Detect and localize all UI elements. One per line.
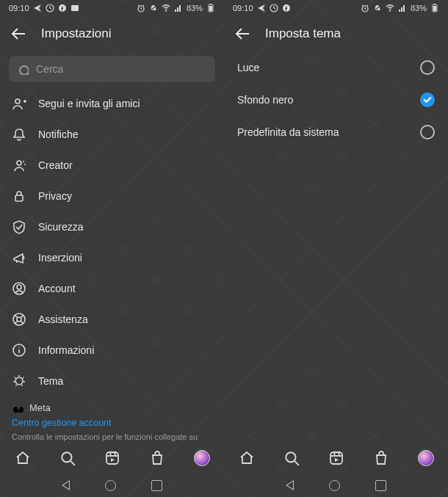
account-icon: [12, 281, 26, 296]
alarm-icon: [361, 4, 369, 12]
battery-icon: [206, 4, 215, 12]
wifi-icon: [162, 4, 170, 12]
search-icon: [18, 64, 29, 75]
clock-icon: [46, 4, 54, 12]
alarm-icon: [137, 4, 145, 12]
nav-search-icon[interactable]: [283, 450, 300, 466]
nav-profile-avatar[interactable]: [194, 450, 210, 466]
megaphone-icon: [12, 250, 26, 265]
row-info[interactable]: Informazioni: [0, 335, 224, 366]
softkey-home[interactable]: [329, 480, 340, 491]
option-label: Sfondo nero: [237, 94, 293, 106]
header: Impostazioni: [0, 16, 224, 51]
softkey-recent[interactable]: [375, 480, 386, 491]
theme-option-light[interactable]: Luce: [224, 51, 448, 84]
radio-icon: [420, 60, 435, 75]
row-help[interactable]: Assistenza: [0, 304, 224, 335]
nav-reels-icon[interactable]: [328, 450, 344, 466]
status-time: 09:10: [9, 4, 29, 12]
header: Imposta tema: [224, 16, 448, 51]
battery-icon: [430, 4, 439, 12]
softkey-back[interactable]: [62, 480, 70, 490]
nav-home-icon[interactable]: [239, 450, 255, 466]
row-label: Informazioni: [38, 344, 94, 356]
dnd-icon: [373, 4, 382, 12]
row-label: Notifiche: [38, 128, 78, 140]
dnd-icon: [149, 4, 158, 12]
nav-shop-icon[interactable]: [373, 450, 389, 466]
telegram-icon: [257, 4, 266, 12]
status-time: 09:10: [233, 4, 253, 12]
row-label: Inserzioni: [38, 252, 82, 264]
gallery-icon: [71, 4, 79, 12]
row-label: Creator: [38, 159, 73, 171]
palette-icon: [12, 374, 26, 388]
phone-left: 09:10 83% Impostazioni Cerca Seg: [0, 0, 224, 497]
row-ads[interactable]: Inserzioni: [0, 242, 224, 273]
row-label: Assistenza: [38, 313, 88, 325]
phone-right: 09:10 83% Imposta tema Luce Sfondo: [224, 0, 448, 497]
softkey-back[interactable]: [286, 480, 294, 490]
row-label: Account: [38, 283, 76, 294]
lifebuoy-icon: [12, 312, 26, 327]
status-battery: 83%: [411, 4, 427, 12]
shield-icon: [12, 220, 26, 234]
nav-search-icon[interactable]: [59, 450, 76, 466]
row-label: Sicurezza: [38, 221, 83, 233]
nav-home-icon[interactable]: [15, 450, 31, 466]
row-label: Segui e invita gli amici: [38, 98, 140, 109]
status-bar: 09:10 83%: [224, 0, 448, 16]
status-bar: 09:10 83%: [0, 0, 224, 16]
nav-reels-icon[interactable]: [104, 450, 120, 466]
search-placeholder: Cerca: [36, 63, 63, 75]
option-label: Predefinita da sistema: [237, 126, 339, 138]
telegram-icon: [33, 4, 42, 12]
row-security[interactable]: Sicurezza: [0, 211, 224, 242]
back-icon[interactable]: [10, 26, 26, 42]
nav-shop-icon[interactable]: [149, 450, 165, 466]
status-battery: 83%: [187, 4, 203, 12]
row-notifications[interactable]: Notifiche: [0, 119, 224, 150]
softkey-recent[interactable]: [151, 480, 162, 491]
signal-icon: [398, 4, 407, 12]
nav-profile-avatar[interactable]: [418, 450, 434, 466]
clock-icon: [270, 4, 278, 12]
meta-icon: [12, 404, 25, 413]
option-label: Luce: [237, 62, 259, 73]
accounts-center-link[interactable]: Centro gestione account: [0, 415, 224, 432]
row-theme[interactable]: Tema: [0, 366, 224, 396]
row-privacy[interactable]: Privacy: [0, 181, 224, 211]
bell-icon: [12, 127, 26, 142]
lock-icon: [12, 189, 26, 203]
softkey-home[interactable]: [105, 480, 116, 491]
signal-icon: [174, 4, 183, 12]
page-title: Impostazioni: [41, 26, 111, 41]
footnote: Controlla le impostazioni per le funzion…: [0, 432, 224, 441]
row-follow[interactable]: Segui e invita gli amici: [0, 88, 224, 119]
back-icon[interactable]: [234, 26, 250, 42]
facebook-icon: [282, 4, 291, 12]
android-softkeys: [0, 476, 224, 494]
bottom-nav: [224, 441, 448, 475]
radio-icon-selected: [420, 92, 435, 107]
row-label: Tema: [38, 375, 63, 387]
meta-section-label: Meta: [29, 402, 51, 413]
facebook-icon: [58, 4, 67, 12]
search-input[interactable]: Cerca: [9, 56, 215, 82]
bottom-nav: [0, 441, 224, 475]
row-creator[interactable]: Creator: [0, 150, 224, 181]
theme-option-system[interactable]: Predefinita da sistema: [224, 116, 448, 148]
theme-option-dark[interactable]: Sfondo nero: [224, 84, 448, 116]
row-label: Privacy: [38, 190, 72, 202]
android-softkeys: [224, 476, 448, 494]
creator-icon: [12, 158, 26, 173]
follow-invite-icon: [12, 96, 26, 111]
row-account[interactable]: Account: [0, 273, 224, 304]
page-title: Imposta tema: [265, 26, 341, 41]
info-icon: [12, 343, 26, 358]
radio-icon: [420, 125, 435, 139]
meta-section: Meta: [0, 396, 224, 415]
wifi-icon: [386, 4, 394, 12]
